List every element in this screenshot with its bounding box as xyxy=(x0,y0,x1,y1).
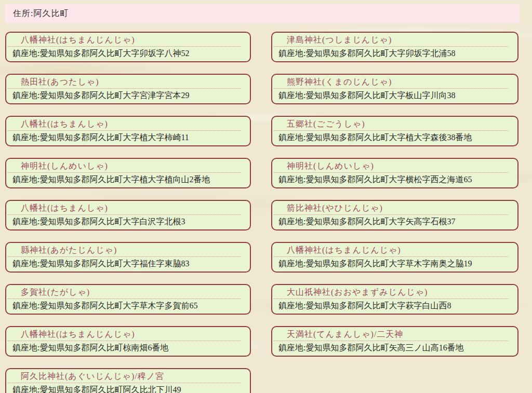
shrine-column-left: 八幡神社(はちまんじんじゃ) 鎮座地:愛知県知多郡阿久比町大字卯坂字八神52 熱… xyxy=(5,32,251,393)
shrine-location: 鎮座地:愛知県知多郡阿久比町大字板山字川向38 xyxy=(272,89,517,103)
shrine-column-right: 津島神社(つしまじんじゃ) 鎮座地:愛知県知多郡阿久比町大字卯坂字北浦58 熊野… xyxy=(271,32,518,368)
shrine-location: 鎮座地:愛知県知多郡阿久比町大字宮津字宮本29 xyxy=(6,89,250,103)
shrine-card: 熱田社(あつたしゃ) 鎮座地:愛知県知多郡阿久比町大字宮津字宮本29 xyxy=(5,74,251,104)
shrine-location: 鎮座地:愛知県知多郡阿久比町大字矢高字石根37 xyxy=(272,215,517,229)
shrine-card: 阿久比神社(あぐいじんじゃ)/稗ノ宮 鎮座地:愛知県知多郡阿久比町阿久比北下川4… xyxy=(5,368,251,393)
shrine-name-link[interactable]: 神明社(しんめいしゃ) xyxy=(6,159,250,172)
shrine-location: 鎮座地:愛知県知多郡阿久比町椋南畑6番地 xyxy=(6,341,250,356)
shrine-card: 大山祇神社(おおやまずみじんじゃ) 鎮座地:愛知県知多郡阿久比町大字萩字白山西8 xyxy=(271,284,518,315)
shrine-name-link[interactable]: 五郷社(ごごうしゃ) xyxy=(272,117,517,130)
shrine-location: 鎮座地:愛知県知多郡阿久比町矢高三ノ山高16番地 xyxy=(272,341,517,356)
shrine-name-link[interactable]: 熊野神社(くまのじんじゃ) xyxy=(272,75,517,88)
shrine-name-link[interactable]: 八幡神社(はちまんじんじゃ) xyxy=(6,33,250,46)
shrine-name-link[interactable]: 多賀社(たがしゃ) xyxy=(6,285,250,299)
shrine-location: 鎮座地:愛知県知多郡阿久比町大字卯坂字八神52 xyxy=(6,47,250,61)
shrine-card: 八幡神社(はちまんじんじゃ) 鎮座地:愛知県知多郡阿久比町大字卯坂字八神52 xyxy=(5,32,251,62)
shrine-name-link[interactable]: 箭比神社(やひじんじゃ) xyxy=(272,201,517,214)
shrine-location: 鎮座地:愛知県知多郡阿久比町大字植大字柿崎11 xyxy=(6,131,250,145)
shrine-name-link[interactable]: 八幡社(はちまんしゃ) xyxy=(6,201,250,214)
shrine-name-link[interactable]: 八幡神社(はちまんじんじゃ) xyxy=(272,243,517,256)
shrine-name-link[interactable]: 縣神社(あがたじんじゃ) xyxy=(6,243,250,256)
shrine-card: 箭比神社(やひじんじゃ) 鎮座地:愛知県知多郡阿久比町大字矢高字石根37 xyxy=(271,200,518,231)
shrine-name-link[interactable]: 八幡社(はちまんしゃ) xyxy=(6,117,250,130)
shrine-location: 鎮座地:愛知県知多郡阿久比町大字白沢字北根3 xyxy=(6,215,250,229)
shrine-location: 鎮座地:愛知県知多郡阿久比町阿久比北下川49 xyxy=(6,383,250,393)
shrine-name-link[interactable]: 熱田社(あつたしゃ) xyxy=(6,75,250,88)
shrine-card: 津島神社(つしまじんじゃ) 鎮座地:愛知県知多郡阿久比町大字卯坂字北浦58 xyxy=(271,32,518,62)
address-header-label: 住所:阿久比町 xyxy=(13,8,69,19)
shrine-location: 鎮座地:愛知県知多郡阿久比町大字横松字西之海道65 xyxy=(272,173,517,187)
shrine-card: 八幡社(はちまんしゃ) 鎮座地:愛知県知多郡阿久比町大字白沢字北根3 xyxy=(5,200,251,231)
shrine-card: 八幡神社(はちまんじんじゃ) 鎮座地:愛知県知多郡阿久比町椋南畑6番地 xyxy=(5,326,251,357)
shrine-location: 鎮座地:愛知県知多郡阿久比町大字草木字多賀前65 xyxy=(6,299,250,314)
shrine-card: 八幡神社(はちまんじんじゃ) 鎮座地:愛知県知多郡阿久比町大字草木字南奥之脇19 xyxy=(271,242,518,273)
shrine-name-link[interactable]: 八幡神社(はちまんじんじゃ) xyxy=(6,327,250,341)
shrine-card: 縣神社(あがたじんじゃ) 鎮座地:愛知県知多郡阿久比町大字福住字東脇83 xyxy=(5,242,251,273)
shrine-card: 八幡社(はちまんしゃ) 鎮座地:愛知県知多郡阿久比町大字植大字柿崎11 xyxy=(5,116,251,146)
address-header: 住所:阿久比町 xyxy=(5,4,520,23)
shrine-location: 鎮座地:愛知県知多郡阿久比町大字草木字南奥之脇19 xyxy=(272,257,517,272)
shrine-location: 鎮座地:愛知県知多郡阿久比町大字福住字東脇83 xyxy=(6,257,250,272)
shrine-card: 神明社(しんめいしゃ) 鎮座地:愛知県知多郡阿久比町大字植大字植向山2番地 xyxy=(5,158,251,188)
shrine-location: 鎮座地:愛知県知多郡阿久比町大字植大字植向山2番地 xyxy=(6,173,250,187)
shrine-name-link[interactable]: 神明社(しんめいしゃ) xyxy=(272,159,517,172)
shrine-location: 鎮座地:愛知県知多郡阿久比町大字卯坂字北浦58 xyxy=(272,47,517,61)
shrine-card: 天満社(てんまんしゃ)/二天神 鎮座地:愛知県知多郡阿久比町矢高三ノ山高16番地 xyxy=(271,326,518,357)
shrine-name-link[interactable]: 阿久比神社(あぐいじんじゃ)/稗ノ宮 xyxy=(6,369,250,383)
shrine-name-link[interactable]: 大山祇神社(おおやまずみじんじゃ) xyxy=(272,285,517,299)
shrine-list-page: 住所:阿久比町 八幡神社(はちまんじんじゃ) 鎮座地:愛知県知多郡阿久比町大字卯… xyxy=(5,4,527,393)
shrine-name-link[interactable]: 天満社(てんまんしゃ)/二天神 xyxy=(272,327,517,341)
shrine-location: 鎮座地:愛知県知多郡阿久比町大字萩字白山西8 xyxy=(272,299,517,314)
shrine-location: 鎮座地:愛知県知多郡阿久比町大字植大字森後38番地 xyxy=(272,131,517,145)
shrine-card-grid: 八幡神社(はちまんじんじゃ) 鎮座地:愛知県知多郡阿久比町大字卯坂字八神52 熱… xyxy=(5,32,527,393)
shrine-card: 神明社(しんめいしゃ) 鎮座地:愛知県知多郡阿久比町大字横松字西之海道65 xyxy=(271,158,518,188)
shrine-name-link[interactable]: 津島神社(つしまじんじゃ) xyxy=(272,33,517,46)
shrine-card: 五郷社(ごごうしゃ) 鎮座地:愛知県知多郡阿久比町大字植大字森後38番地 xyxy=(271,116,518,146)
shrine-card: 多賀社(たがしゃ) 鎮座地:愛知県知多郡阿久比町大字草木字多賀前65 xyxy=(5,284,251,315)
shrine-card: 熊野神社(くまのじんじゃ) 鎮座地:愛知県知多郡阿久比町大字板山字川向38 xyxy=(271,74,518,104)
